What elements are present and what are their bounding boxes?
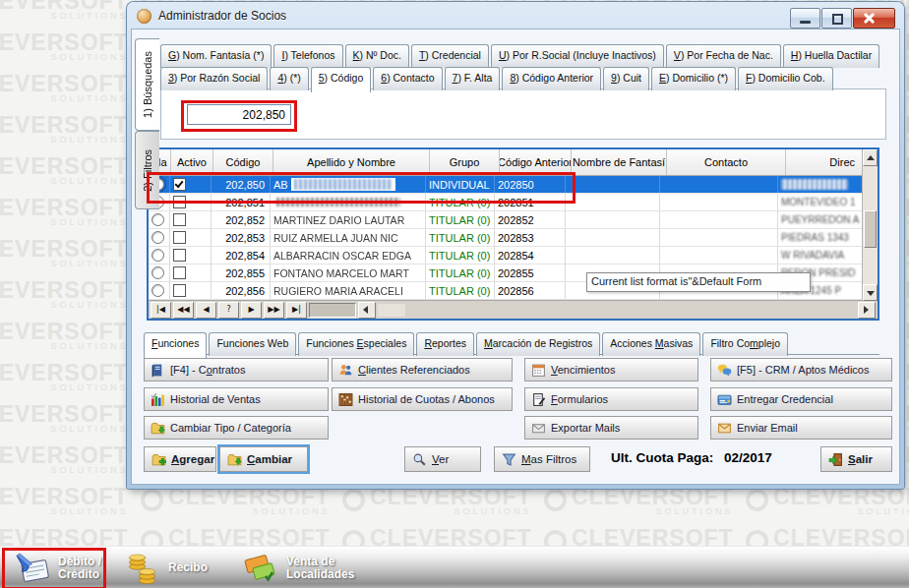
pager-recess: [309, 303, 356, 318]
venta-de-localidades-launcher[interactable]: Venta deLocalidades: [242, 549, 354, 587]
clientes-referenciados-button[interactable]: Clientes Referenciados: [332, 358, 513, 382]
mas-filtros-button[interactable]: Mas Filtros: [494, 446, 590, 472]
search-tab-u-por-r-social-incluye-inactiv[interactable]: U) Por R.Social (Incluye Inactivos): [491, 44, 664, 68]
column-header-contacto[interactable]: Contacto: [667, 149, 786, 175]
table-row[interactable]: 202,850ABINDIVIDUAL202850: [149, 176, 878, 194]
search-tab-6-contacto[interactable]: 6) Contacto: [373, 67, 442, 90]
enviar-email-button[interactable]: Enviar Email: [710, 416, 892, 440]
vencimientos-button[interactable]: Vencimientos: [524, 358, 698, 382]
side-tab-1-b-squedas[interactable]: 1) Búsquedas: [135, 38, 159, 131]
button-label: Clientes Referenciados: [358, 364, 470, 376]
table-row[interactable]: 202,851TITULAR (0)202851MONTEVIDEO 1: [149, 194, 878, 211]
nombre-prefix: AB: [273, 179, 288, 191]
agregar-button[interactable]: Agregar: [144, 446, 216, 472]
column-header-grupo[interactable]: Grupo: [430, 149, 500, 175]
codigo-search-input[interactable]: [187, 104, 291, 125]
row-radio[interactable]: [152, 249, 164, 262]
activo-checkbox[interactable]: [173, 178, 186, 191]
cell-codigo: 202,855: [212, 265, 271, 281]
search-tab-t-credencial[interactable]: T) Credencial: [411, 44, 489, 68]
app-icon: [137, 9, 152, 24]
table-row[interactable]: 202,854ALBARRACIN OSCAR EDGATITULAR (0)2…: [149, 247, 878, 265]
tab-funciones-especiales[interactable]: Funciones Especiales: [298, 332, 414, 356]
tab-reportes[interactable]: Reportes: [416, 332, 474, 356]
cambiar-tipo-categor-a-button[interactable]: Cambiar Tipo / Categoría: [144, 416, 329, 440]
exportar-mails-button[interactable]: Exportar Mails: [524, 416, 698, 440]
formularios-button[interactable]: Formularios: [524, 387, 698, 411]
search-tab-i-telefonos[interactable]: I) Telefonos: [273, 44, 342, 68]
tab-acciones-masivas[interactable]: Acciones Masivas: [602, 332, 700, 356]
activo-checkbox[interactable]: [173, 284, 186, 297]
email-icon: [717, 421, 732, 436]
search-tab-9-cuit[interactable]: 9) Cuit: [603, 67, 649, 90]
f5-crm-aptos-m-dicos-button[interactable]: [F5] - CRM / Aptos Médicos: [710, 358, 892, 382]
activo-checkbox[interactable]: [173, 249, 186, 262]
vertical-scrollbar[interactable]: [862, 149, 878, 301]
cell-grupo: TITULAR (0): [426, 282, 495, 299]
row-radio[interactable]: [152, 213, 164, 226]
column-header-nombre-de-fantas[interactable]: Nombre de Fantasí: [572, 149, 667, 175]
hscroll-right-button[interactable]: [858, 302, 876, 319]
scroll-down-button[interactable]: [863, 284, 878, 301]
pager-button-3[interactable]: ?: [218, 302, 239, 319]
column-header-apellido-y-nombre[interactable]: Apellido y Nombre: [273, 149, 430, 175]
search-tab-h-huella-dactilar[interactable]: H) Huella Dactilar: [783, 44, 879, 68]
search-tab-e-domicilio[interactable]: E) Domicilio (*): [651, 67, 736, 90]
tab-funciones-web[interactable]: Funciones Web: [209, 332, 296, 356]
search-tab-f-domicilio-cob[interactable]: F) Domicilio Cob.: [738, 67, 833, 90]
title-bar[interactable]: Administrador de Socios: [127, 2, 904, 29]
close-button[interactable]: [853, 8, 895, 29]
cell-contacto: [660, 176, 778, 193]
pager-button-4[interactable]: ▶: [241, 302, 262, 319]
pager-button-2[interactable]: ◀: [196, 302, 216, 319]
ver-button[interactable]: Ver: [404, 446, 481, 472]
d-bito-cr-dito-launcher[interactable]: Débito /Crédito: [14, 549, 101, 587]
pager-button-6[interactable]: ▶|: [286, 302, 307, 319]
entregar-credencial-button[interactable]: Entregar Credencial: [710, 387, 892, 411]
pager-button-5[interactable]: ▶▶: [264, 302, 284, 319]
column-header-activo[interactable]: Activo: [171, 149, 213, 175]
minimize-button[interactable]: [790, 8, 820, 29]
column-header-c-digo-anterior[interactable]: Código Anterior: [500, 149, 572, 175]
activo-checkbox[interactable]: [173, 231, 186, 244]
scroll-up-button[interactable]: [863, 149, 878, 166]
row-radio[interactable]: [152, 284, 164, 297]
search-tab-4[interactable]: 4) (*): [270, 67, 308, 90]
scrollbar-thumb[interactable]: [864, 210, 877, 248]
table-row[interactable]: 202,852MARTINEZ DARIO LAUTARTITULAR (0)2…: [149, 211, 878, 229]
search-tab-k-n-doc[interactable]: K) Nº Doc.: [345, 44, 409, 68]
historial-de-cuotas-abonos-button[interactable]: Historial de Cuotas / Abonos: [332, 387, 513, 411]
salir-button[interactable]: Salir: [820, 446, 892, 472]
cambiar-button[interactable]: Cambiar: [219, 446, 308, 472]
search-tab-8-c-digo-anterior[interactable]: 8) Código Anterior: [502, 67, 601, 90]
hscroll-left-button[interactable]: [358, 302, 376, 319]
activo-checkbox[interactable]: [173, 196, 186, 208]
row-radio[interactable]: [152, 231, 164, 244]
side-tab-2-filtros[interactable]: 2) Filtros: [135, 131, 159, 209]
pager-button-0[interactable]: |◀: [151, 302, 171, 319]
tab-marcaci-n-de-registros[interactable]: Marcación de Registros: [476, 332, 600, 356]
search-tab-g-nom-fantas-a[interactable]: G) Nom. Fantasía (*): [160, 44, 272, 68]
button-label: Agregar: [171, 453, 214, 465]
restore-button[interactable]: [821, 8, 852, 29]
search-tab-3-por-raz-n-social[interactable]: 3) Por Razón Social: [160, 67, 268, 90]
direccion-text: PIEDRAS 1343: [781, 232, 849, 243]
search-tab-7-f-alta[interactable]: 7) F. Alta: [445, 67, 501, 90]
activo-checkbox[interactable]: [173, 266, 186, 279]
restore-icon: [832, 14, 843, 25]
pager-button-1[interactable]: ◀◀: [173, 302, 194, 319]
column-header-c-digo[interactable]: Código: [213, 149, 273, 175]
tab-filtro-complejo[interactable]: Filtro Complejo: [702, 332, 788, 356]
tab-funciones[interactable]: Funciones: [144, 332, 207, 358]
table-row[interactable]: 202,853RUIZ ARMELLA JUAN NICTITULAR (0)2…: [149, 229, 878, 247]
recibo-launcher[interactable]: Recibo: [124, 549, 208, 587]
activo-checkbox[interactable]: [173, 213, 186, 226]
search-tab-5-c-digo[interactable]: 5) Código: [311, 67, 372, 92]
historial-de-ventas-button[interactable]: Historial de Ventas: [144, 387, 329, 411]
f4-contratos-button[interactable]: [F4] - Contratos: [144, 358, 329, 382]
folder-plus-icon: [152, 452, 166, 467]
cell-codigo: 202,856: [212, 282, 271, 299]
search-tab-v-por-fecha-de-nac[interactable]: V) Por Fecha de Nac.: [666, 44, 781, 68]
row-radio[interactable]: [152, 266, 164, 279]
hscroll-track[interactable]: [378, 304, 405, 317]
